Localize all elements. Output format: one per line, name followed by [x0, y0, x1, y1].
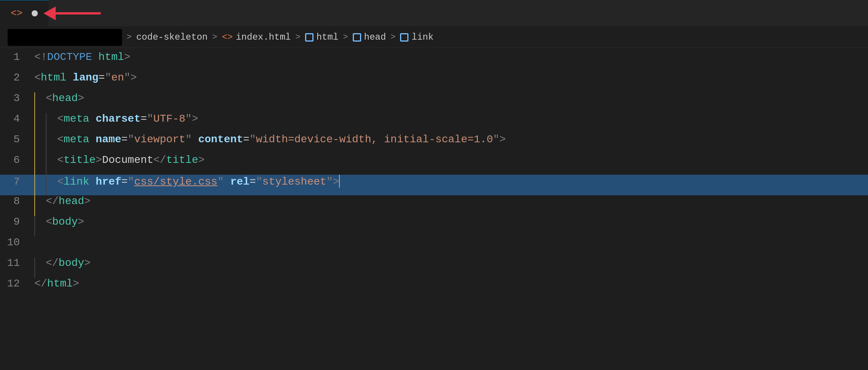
token-bracket: </ — [46, 257, 59, 269]
token-attr-val-underline: css/style.css — [134, 176, 217, 188]
indent-guide — [46, 134, 47, 154]
line-number: 7 — [0, 176, 31, 188]
token-bracket: > — [124, 51, 130, 63]
tab-modified-dot — [32, 10, 38, 16]
token-tag: meta — [64, 134, 89, 145]
arrow-head — [43, 6, 56, 20]
breadcrumb-code-icon: <> — [222, 32, 233, 42]
arrow-line — [55, 12, 101, 14]
token-text — [192, 134, 198, 145]
token-container: <title>Document</title> — [57, 154, 205, 166]
line-content: <html lang="en"> — [31, 72, 868, 84]
text-cursor — [339, 175, 340, 188]
token-attr-val: width=device-width, initial-scale=1.0 — [256, 134, 493, 145]
token-container: <!DOCTYPE html> — [34, 51, 130, 63]
breadcrumb-folder[interactable]: code-skeleton — [136, 32, 207, 42]
token-bracket: < — [46, 92, 52, 104]
line-content: <!DOCTYPE html> — [31, 51, 868, 63]
code-line: 9<body> — [0, 216, 868, 236]
indent-guide — [34, 175, 35, 195]
line-content: <title>Document</title> — [31, 154, 868, 175]
tab-bar: <> — [0, 0, 868, 27]
token-tag: title — [166, 154, 198, 166]
token-text: = — [121, 176, 128, 188]
token-text — [224, 176, 230, 188]
token-bracket: </ — [46, 195, 59, 207]
breadcrumb-head-icon — [353, 33, 361, 42]
code-line: 1<!DOCTYPE html> — [0, 51, 868, 72]
breadcrumb-sep-1: > — [127, 32, 132, 42]
breadcrumb-html[interactable]: html — [317, 32, 339, 42]
token-tag: meta — [64, 113, 89, 125]
token-container: <body> — [46, 216, 84, 228]
tab-index-html[interactable]: <> — [0, 0, 49, 26]
indent-guide — [34, 92, 35, 113]
code-editor[interactable]: 1<!DOCTYPE html>2<html lang="en">3<head>… — [0, 48, 868, 298]
indent-guide — [34, 257, 35, 278]
html-file-icon: <> — [11, 8, 23, 19]
breadcrumb-link[interactable]: link — [411, 32, 434, 42]
token-bracket: " — [326, 176, 333, 188]
token-attr-name: href — [96, 176, 121, 188]
token-text — [92, 51, 98, 63]
token-attr-name: rel — [230, 176, 249, 188]
token-bracket: </ — [153, 154, 166, 166]
token-bracket: < — [46, 216, 52, 228]
line-content: </html> — [31, 278, 868, 290]
indent-guide — [34, 113, 35, 134]
redacted-path — [8, 29, 122, 46]
token-container: </body> — [46, 257, 91, 269]
token-tag: html — [47, 278, 73, 290]
code-line: 11</body> — [0, 257, 868, 278]
token-tag: body — [59, 257, 84, 269]
line-number: 3 — [0, 92, 31, 104]
token-tag: html — [98, 51, 124, 63]
token-tag: body — [52, 216, 78, 228]
line-number: 5 — [0, 134, 31, 145]
token-attr-name: lang — [73, 72, 98, 84]
token-bracket: " — [147, 113, 153, 125]
token-bracket: " — [493, 134, 500, 145]
token-bracket: </ — [34, 278, 47, 290]
token-tag: html — [41, 72, 66, 84]
line-content: </body> — [31, 257, 868, 278]
token-bracket: < — [57, 113, 64, 125]
token-bracket: " — [185, 113, 192, 125]
token-container: <link href="css/style.css" rel="styleshe… — [57, 175, 340, 188]
token-container: </head> — [46, 195, 91, 207]
token-bracket: > — [84, 257, 91, 269]
code-line: 10 — [0, 236, 868, 257]
token-bracket: <! — [34, 51, 47, 63]
line-number: 8 — [0, 195, 31, 207]
breadcrumb-head[interactable]: head — [364, 32, 386, 42]
code-line: 2<html lang="en"> — [0, 72, 868, 92]
line-content: </head> — [31, 195, 868, 216]
breadcrumb-filename[interactable]: index.html — [236, 32, 291, 42]
token-tag: link — [64, 176, 89, 188]
line-content: <body> — [31, 216, 868, 236]
token-attr-val: stylesheet — [262, 176, 326, 188]
breadcrumb-bar: > code-skeleton > <> index.html > html >… — [0, 27, 868, 48]
token-bracket: > — [500, 134, 506, 145]
code-line: 6<title>Document</title> — [0, 154, 868, 175]
token-bracket: " — [185, 134, 192, 145]
token-bracket: > — [333, 176, 339, 188]
arrow-annotation — [55, 12, 101, 14]
token-bracket: < — [57, 154, 64, 166]
token-bracket: " — [249, 134, 256, 145]
breadcrumb-sep-2: > — [212, 32, 217, 42]
line-content: <meta charset="UTF-8"> — [31, 113, 868, 134]
token-tag: head — [52, 92, 78, 104]
token-attr-name: name — [96, 134, 121, 145]
token-text: = — [140, 113, 147, 125]
breadcrumb-sep-3: > — [295, 32, 300, 42]
token-bracket: " — [256, 176, 262, 188]
line-number: 11 — [0, 257, 31, 269]
code-line: 4<meta charset="UTF-8"> — [0, 113, 868, 134]
code-line: 5<meta name="viewport" content="width=de… — [0, 134, 868, 154]
token-text — [89, 176, 96, 188]
token-bracket: " — [105, 72, 111, 84]
line-number: 9 — [0, 216, 31, 228]
token-attr-val: UTF-8 — [153, 113, 185, 125]
token-bracket: < — [57, 134, 64, 145]
